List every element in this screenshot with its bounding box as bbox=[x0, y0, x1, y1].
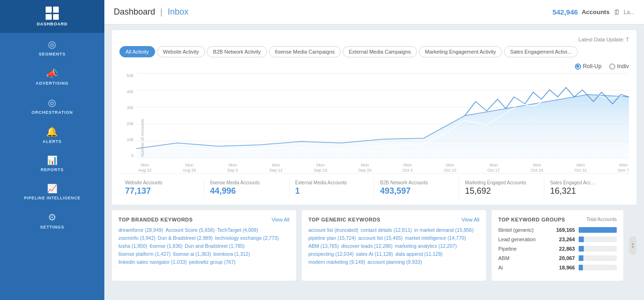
gkw-data-append[interactable]: data append (11,128) bbox=[395, 251, 442, 257]
kw-dun-and-bradstreet[interactable]: Dun and Bradstreet (1,785) bbox=[185, 243, 244, 249]
y-label-10k: 10k bbox=[126, 137, 134, 142]
sidebar-item-label: Advertising bbox=[36, 81, 69, 86]
y-label-0: 0 bbox=[131, 153, 134, 158]
activity-chart bbox=[136, 73, 629, 158]
svg-point-7 bbox=[632, 246, 634, 248]
x-axis-labels: MonAug 22 MonAug 29 MonSep 5 MonSep 12 M… bbox=[138, 163, 629, 173]
individual-label: Indiv bbox=[617, 63, 629, 70]
x-label-oct3: MonOct 3 bbox=[403, 163, 413, 173]
generic-view-all[interactable]: View All bbox=[462, 217, 479, 222]
gkw-prospecting[interactable]: prospecting (12,034) bbox=[308, 251, 353, 257]
gkw-discover-leads[interactable]: discover leads (12,286) bbox=[341, 243, 393, 249]
rollup-option[interactable]: Roll-Up bbox=[575, 63, 602, 70]
generic-keywords-header: TOP GENERIC KEYWORDS View All bbox=[308, 217, 479, 222]
sidebar-item-label: Orchestration bbox=[31, 110, 73, 115]
metric-6sense: 6sense Media Accounts 44,996 bbox=[204, 178, 290, 198]
group-count: 169,165 bbox=[554, 227, 575, 233]
page-title: Dashboard | Inbox bbox=[114, 7, 188, 17]
tab-marketing[interactable]: Marketing Engagement Activity bbox=[419, 46, 502, 57]
group-name: Ai bbox=[498, 265, 550, 270]
tab-sales[interactable]: Sales Engagement Activi... bbox=[504, 46, 578, 57]
group-bar bbox=[579, 246, 584, 252]
individual-radio[interactable] bbox=[609, 63, 615, 70]
metric-marketing-label: Marketing Engaged Accounts bbox=[465, 180, 538, 185]
sidebar-item-settings[interactable]: ⚙ Settings bbox=[0, 206, 104, 235]
sidebar-item-reports[interactable]: 📊 Reports bbox=[0, 150, 104, 178]
sidebar-item-orchestration[interactable]: ◎ Orchestration bbox=[0, 91, 104, 120]
gkw-contact-details[interactable]: contact details (12,811) bbox=[361, 227, 412, 233]
rollup-radio[interactable] bbox=[575, 63, 581, 70]
sidebar-item-alerts[interactable]: 🔔 Alerts bbox=[0, 120, 104, 150]
gkw-market-intel[interactable]: market intelligence (14,770) bbox=[405, 235, 466, 241]
gkw-account-list[interactable]: account list (15,465) bbox=[358, 235, 403, 241]
metric-website-value: 77,137 bbox=[125, 186, 198, 196]
gkw-sales-ai[interactable]: sales AI (11,128) bbox=[356, 251, 393, 257]
metrics-row: Website Accounts 77,137 6sense Media Acc… bbox=[119, 173, 629, 198]
x-label-aug22: MonAug 22 bbox=[138, 163, 152, 173]
keyword-groups-header: TOP KEYWORD GROUPS Total Accounts bbox=[498, 217, 617, 222]
metric-external: External Media Accounts 1 bbox=[290, 178, 375, 198]
accounts-label: Accounts bbox=[581, 8, 609, 16]
kw-dun-bradstreet[interactable]: Dun & Bradstreet (2,989) bbox=[158, 235, 213, 241]
dashboard-icon bbox=[46, 7, 59, 20]
metric-website-label: Website Accounts bbox=[125, 180, 198, 185]
metric-external-value: 1 bbox=[295, 186, 369, 196]
generic-keywords-title: TOP GENERIC KEYWORDS bbox=[308, 217, 380, 222]
sidebar-item-advertising[interactable]: 📣 Advertising bbox=[0, 62, 104, 91]
gkw-pipeline-plan[interactable]: pipeline plan (15,724) bbox=[308, 235, 356, 241]
tab-external-media[interactable]: External Media Campaigns bbox=[343, 46, 417, 57]
keyword-groups-title: TOP KEYWORD GROUPS bbox=[498, 217, 565, 222]
kw-6sense-ai[interactable]: 6sense ai (1,363) bbox=[173, 251, 211, 257]
kw-techtarget[interactable]: TechTarget (4,009) bbox=[217, 227, 259, 233]
kw-account-score[interactable]: Account Score (5,656) bbox=[165, 227, 214, 233]
sidebar-item-pipeline-intelligence[interactable]: 📈 Pipeline Intelligence bbox=[0, 178, 104, 206]
kw-tech-exchange[interactable]: technology exchange (2,773) bbox=[215, 235, 279, 241]
branded-view-all[interactable]: View All bbox=[272, 217, 290, 222]
segments-icon: ◎ bbox=[48, 39, 56, 50]
group-bar-container bbox=[579, 246, 617, 252]
group-name: Lead generation bbox=[498, 237, 550, 242]
tab-all-activity[interactable]: All Activity bbox=[119, 46, 155, 57]
sidebar-item-label: Pipeline Intelligence bbox=[22, 196, 82, 200]
x-label-oct10: MonOct 10 bbox=[444, 163, 456, 173]
gkw-modern-marketing[interactable]: modern marketing (9,149) bbox=[308, 259, 365, 265]
individual-option[interactable]: Indiv bbox=[609, 63, 629, 70]
sidebar-item-dashboard[interactable]: Dashboard bbox=[0, 0, 104, 33]
kw-bombora[interactable]: bombora (1,312) bbox=[213, 251, 250, 257]
kw-6sense-platform[interactable]: 6sense platform (1,427) bbox=[118, 251, 171, 257]
kw-6sense[interactable]: 6sense (1,836) bbox=[149, 243, 182, 249]
kw-zoominfo[interactable]: zoominfo (3,942) bbox=[118, 235, 156, 241]
gkw-account-list-trunc[interactable]: account list (truncated) bbox=[308, 227, 358, 233]
kw-pedowitz[interactable]: pedowitz group (767) bbox=[189, 259, 236, 265]
group-bar bbox=[579, 227, 617, 233]
sidebar-item-label: Settings bbox=[40, 225, 64, 229]
metric-b2b-value: 493,597 bbox=[380, 186, 453, 196]
sidebar-item-segments[interactable]: ◎ Segments bbox=[0, 33, 104, 62]
gkw-marketing-analytics[interactable]: marketing analytics (12,207) bbox=[395, 243, 457, 249]
tab-b2b-network[interactable]: B2B Network Activity bbox=[207, 46, 267, 57]
gkw-abm[interactable]: ABM (13,765) bbox=[308, 243, 339, 249]
scroll-handle[interactable] bbox=[629, 236, 636, 255]
tab-6sense-media[interactable]: 6sense Media Campaigns bbox=[269, 46, 341, 57]
header-suffix: La... bbox=[624, 9, 635, 16]
rollup-label: Roll-Up bbox=[583, 63, 602, 70]
gkw-in-market[interactable]: in market demand (15,956) bbox=[414, 227, 473, 233]
kw-dreamforce[interactable]: dreamforce (28,949) bbox=[118, 227, 163, 233]
calendar-icon[interactable]: 🗓 bbox=[613, 8, 620, 16]
branded-keywords-panel: TOP BRANDED KEYWORDS View All dreamforce… bbox=[112, 210, 296, 281]
x-label-oct31: MonOct 31 bbox=[574, 163, 587, 173]
gkw-account-planning[interactable]: account planning (9,933) bbox=[368, 259, 422, 265]
branded-keywords-title: TOP BRANDED KEYWORDS bbox=[118, 217, 193, 222]
kw-lusha[interactable]: lusha (1,950) bbox=[118, 243, 147, 249]
latest-data-label: Latest Data Update: T bbox=[119, 37, 629, 42]
group-bar-container bbox=[579, 237, 617, 242]
tab-website-activity[interactable]: Website Activity bbox=[157, 46, 205, 57]
content-area: Latest Data Update: T All Activity Websi… bbox=[104, 24, 644, 300]
chart-section: Latest Data Update: T All Activity Websi… bbox=[112, 30, 636, 205]
settings-icon: ⚙ bbox=[48, 212, 57, 223]
x-label-sep26: MonSep 26 bbox=[358, 163, 372, 173]
group-bar bbox=[579, 255, 583, 261]
kw-linkedin[interactable]: linkedin sales navigator (1,033) bbox=[118, 259, 187, 265]
title-separator: | bbox=[160, 7, 163, 16]
group-count: 22,863 bbox=[554, 246, 575, 252]
